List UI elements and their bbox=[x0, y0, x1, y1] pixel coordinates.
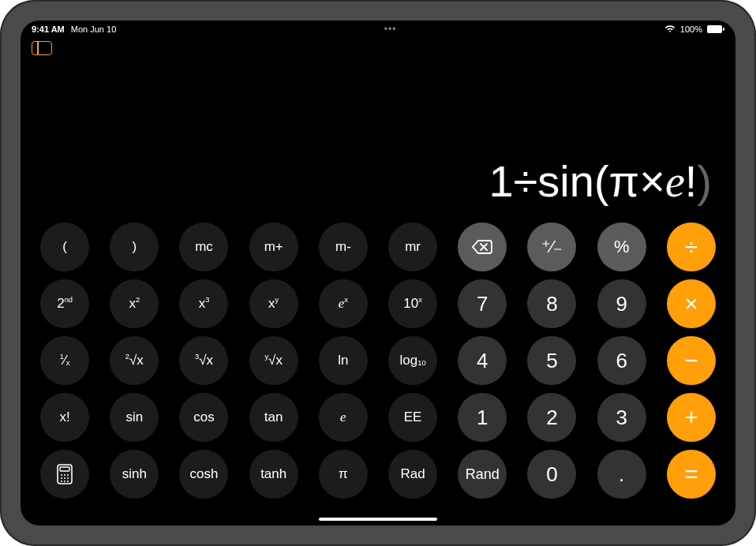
digit-1-button[interactable]: 1 bbox=[458, 393, 507, 442]
digit-2-button[interactable]: 2 bbox=[527, 393, 576, 442]
svg-point-4 bbox=[61, 474, 62, 476]
display-bang: ! bbox=[685, 156, 698, 206]
digit-7-button[interactable]: 7 bbox=[458, 279, 507, 328]
svg-point-8 bbox=[64, 477, 65, 479]
display-area: 1÷sin(π×e!) bbox=[21, 58, 735, 223]
top-bar bbox=[21, 35, 735, 58]
svg-point-7 bbox=[61, 477, 62, 479]
percent-button[interactable]: % bbox=[597, 223, 646, 271]
cube-root-button[interactable]: 3√x bbox=[179, 336, 228, 385]
digit-8-button[interactable]: 8 bbox=[527, 279, 576, 328]
svg-point-12 bbox=[67, 481, 69, 482]
digit-5-button[interactable]: 5 bbox=[527, 336, 576, 385]
status-bar: 9:41 AM Mon Jun 10 ••• 100% bbox=[21, 21, 735, 35]
digit-4-button[interactable]: 4 bbox=[458, 336, 507, 385]
svg-rect-3 bbox=[60, 467, 69, 471]
y-root-x-button[interactable]: y√x bbox=[249, 336, 298, 385]
keypad: ( ) mc m+ m- mr ⁺∕₋ % ÷ 2nd x2 x3 xy ex … bbox=[21, 223, 735, 525]
svg-point-5 bbox=[64, 474, 65, 476]
digit-0-button[interactable]: 0 bbox=[527, 450, 576, 499]
svg-rect-1 bbox=[723, 28, 724, 31]
decimal-button[interactable]: . bbox=[597, 450, 646, 499]
svg-point-10 bbox=[61, 481, 62, 482]
rad-button[interactable]: Rad bbox=[388, 450, 437, 499]
tan-button[interactable]: tan bbox=[249, 393, 298, 442]
ten-power-x-button[interactable]: 10x bbox=[388, 279, 437, 328]
backspace-button[interactable] bbox=[458, 223, 507, 271]
status-center-dots: ••• bbox=[384, 24, 397, 35]
status-time: 9:41 AM bbox=[32, 24, 65, 34]
memory-clear-button[interactable]: mc bbox=[179, 223, 228, 271]
sin-button[interactable]: sin bbox=[110, 393, 159, 442]
memory-recall-button[interactable]: mr bbox=[388, 223, 437, 271]
memory-plus-button[interactable]: m+ bbox=[249, 223, 298, 271]
factorial-button[interactable]: x! bbox=[40, 393, 89, 442]
display-e: e bbox=[665, 157, 685, 206]
right-paren-button[interactable]: ) bbox=[110, 223, 159, 271]
memory-minus-button[interactable]: m- bbox=[319, 223, 368, 271]
multiply-button[interactable]: × bbox=[667, 279, 716, 328]
sinh-button[interactable]: sinh bbox=[110, 450, 159, 499]
wifi-icon bbox=[664, 25, 676, 33]
plus-minus-button[interactable]: ⁺∕₋ bbox=[527, 223, 576, 271]
plus-button[interactable]: + bbox=[667, 393, 716, 442]
sidebar-toggle-icon[interactable] bbox=[32, 41, 52, 55]
e-constant-button[interactable]: e bbox=[319, 393, 368, 442]
battery-icon bbox=[707, 25, 724, 33]
digit-3-button[interactable]: 3 bbox=[597, 393, 646, 442]
x-squared-button[interactable]: x2 bbox=[110, 279, 159, 328]
divide-button[interactable]: ÷ bbox=[667, 223, 716, 271]
status-battery-text: 100% bbox=[680, 24, 702, 34]
rand-button[interactable]: Rand bbox=[458, 450, 507, 499]
square-root-button[interactable]: 2√x bbox=[110, 336, 159, 385]
display-close-paren: ) bbox=[697, 156, 712, 206]
ee-button[interactable]: EE bbox=[388, 393, 437, 442]
status-date: Mon Jun 10 bbox=[71, 24, 116, 34]
minus-button[interactable]: − bbox=[667, 336, 716, 385]
svg-rect-0 bbox=[707, 25, 722, 33]
tanh-button[interactable]: tanh bbox=[249, 450, 298, 499]
ipad-frame: 9:41 AM Mon Jun 10 ••• 100% 1÷sin(π×e!) bbox=[0, 0, 756, 546]
cos-button[interactable]: cos bbox=[179, 393, 228, 442]
screen: 9:41 AM Mon Jun 10 ••• 100% 1÷sin(π×e!) bbox=[21, 21, 735, 525]
cosh-button[interactable]: cosh bbox=[179, 450, 228, 499]
e-power-x-button[interactable]: ex bbox=[319, 279, 368, 328]
calc-mode-button[interactable] bbox=[40, 450, 89, 499]
backspace-icon bbox=[472, 239, 492, 255]
digit-6-button[interactable]: 6 bbox=[597, 336, 646, 385]
pi-button[interactable]: π bbox=[319, 450, 368, 499]
log10-button[interactable]: log10 bbox=[388, 336, 437, 385]
svg-point-11 bbox=[64, 481, 65, 482]
left-paren-button[interactable]: ( bbox=[40, 223, 89, 271]
second-button[interactable]: 2nd bbox=[40, 279, 89, 328]
calculator-icon bbox=[57, 464, 73, 484]
home-indicator[interactable] bbox=[319, 518, 437, 521]
svg-point-9 bbox=[67, 477, 69, 479]
digit-9-button[interactable]: 9 bbox=[597, 279, 646, 328]
inverse-x-button[interactable]: 1⁄x bbox=[40, 336, 89, 385]
x-cubed-button[interactable]: x3 bbox=[179, 279, 228, 328]
equals-button[interactable]: = bbox=[667, 450, 716, 499]
svg-point-6 bbox=[67, 474, 69, 476]
x-power-y-button[interactable]: xy bbox=[249, 279, 298, 328]
ln-button[interactable]: ln bbox=[319, 336, 368, 385]
expression-display: 1÷sin(π×e!) bbox=[488, 155, 712, 207]
display-part-1: 1÷sin(π× bbox=[488, 156, 664, 206]
